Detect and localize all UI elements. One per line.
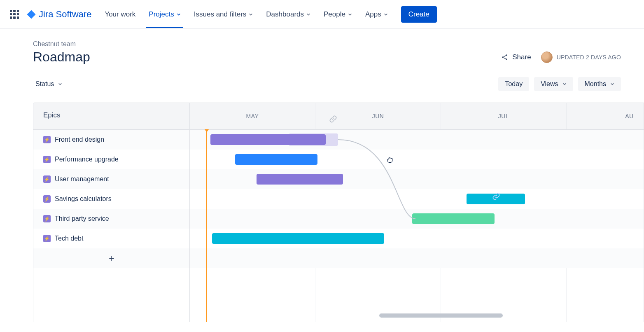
updated-text: UPDATED 2 DAYS AGO bbox=[557, 54, 621, 61]
roadmap-grid: Epics MAY JUN JUL AU ⚡ Front end design bbox=[33, 103, 644, 322]
status-label: Status bbox=[35, 80, 54, 88]
status-filter[interactable]: Status bbox=[33, 77, 65, 91]
views-dropdown[interactable]: Views bbox=[534, 77, 573, 91]
timeline-lane[interactable] bbox=[190, 169, 644, 189]
timeline-header: MAY JUN JUL AU bbox=[190, 103, 644, 129]
nav-your-work[interactable]: Your work bbox=[104, 1, 136, 28]
jira-logo-icon bbox=[26, 9, 36, 19]
nav-label: Issues and filters bbox=[194, 10, 247, 19]
epic-row[interactable]: ⚡ Performance upgrade bbox=[33, 150, 644, 169]
month-aug: AU bbox=[567, 103, 644, 129]
chevron-down-icon bbox=[177, 12, 181, 16]
timeline-lane[interactable] bbox=[190, 229, 644, 248]
epic-title: Third party service bbox=[55, 215, 109, 222]
epic-title: User management bbox=[55, 175, 109, 183]
share-icon bbox=[501, 53, 509, 61]
nav-label: Projects bbox=[149, 10, 174, 19]
filter-row: Status Today Views Months bbox=[33, 77, 644, 91]
dependency-link-icon[interactable] bbox=[329, 115, 337, 123]
epic-row[interactable]: ⚡ User management bbox=[33, 169, 644, 189]
timeline-lane[interactable] bbox=[190, 209, 644, 229]
timeline-lane[interactable] bbox=[190, 189, 644, 209]
nav-projects[interactable]: Projects bbox=[148, 1, 181, 28]
cursor-grab-icon bbox=[386, 155, 394, 164]
chevron-down-icon bbox=[249, 12, 253, 16]
epic-bar[interactable] bbox=[210, 134, 326, 145]
svg-point-1 bbox=[506, 54, 508, 56]
month-jul: JUL bbox=[441, 103, 567, 129]
primary-nav: Your work Projects Issues and filters Da… bbox=[104, 1, 388, 28]
epic-row[interactable]: ⚡ Savings calculators bbox=[33, 189, 644, 209]
chevron-down-icon bbox=[306, 12, 310, 16]
today-button[interactable]: Today bbox=[498, 77, 529, 91]
timeline-lane[interactable] bbox=[190, 130, 644, 150]
horizontal-scrollbar[interactable] bbox=[379, 313, 503, 318]
nav-apps[interactable]: Apps bbox=[364, 1, 389, 28]
epic-type-icon: ⚡ bbox=[43, 136, 51, 143]
svg-line-3 bbox=[504, 55, 506, 56]
chevron-down-icon bbox=[384, 12, 388, 16]
product-logo[interactable]: Jira Software bbox=[26, 9, 91, 20]
dependency-link-icon[interactable] bbox=[492, 192, 500, 201]
epic-bar[interactable] bbox=[212, 233, 384, 244]
epic-type-icon: ⚡ bbox=[43, 175, 51, 183]
roadmap-header: Epics MAY JUN JUL AU bbox=[33, 103, 644, 130]
today-marker bbox=[206, 130, 207, 322]
nav-people[interactable]: People bbox=[323, 1, 353, 28]
chevron-down-icon bbox=[562, 82, 567, 86]
svg-point-2 bbox=[506, 58, 508, 60]
epic-row[interactable]: ⚡ Tech debt bbox=[33, 229, 644, 248]
nav-label: People bbox=[324, 10, 345, 19]
updated-meta: UPDATED 2 DAYS AGO bbox=[541, 51, 621, 63]
epic-bar[interactable] bbox=[235, 154, 317, 165]
svg-point-0 bbox=[502, 56, 504, 58]
epic-type-icon: ⚡ bbox=[43, 195, 51, 203]
epic-type-icon: ⚡ bbox=[43, 156, 51, 163]
epic-title: Front end design bbox=[55, 136, 104, 143]
page-title: Roadmap bbox=[33, 49, 90, 65]
today-label: Today bbox=[505, 80, 523, 88]
avatar[interactable] bbox=[541, 51, 553, 63]
product-name: Jira Software bbox=[39, 9, 91, 20]
epic-row[interactable]: ⚡ Front end design bbox=[33, 130, 644, 150]
add-epic-button[interactable]: ＋ bbox=[33, 248, 190, 268]
epic-type-icon: ⚡ bbox=[43, 215, 51, 222]
chevron-down-icon bbox=[610, 82, 614, 86]
epic-row[interactable]: ⚡ Third party service bbox=[33, 209, 644, 229]
nav-label: Dashboards bbox=[266, 10, 304, 19]
epic-bar[interactable] bbox=[412, 213, 495, 224]
create-button[interactable]: Create bbox=[401, 6, 437, 23]
timeline-lane[interactable] bbox=[190, 150, 644, 169]
breadcrumb[interactable]: Chestnut team bbox=[33, 40, 644, 48]
share-button[interactable]: Share bbox=[501, 53, 531, 61]
epic-title: Tech debt bbox=[55, 235, 83, 242]
app-switcher-icon[interactable] bbox=[10, 10, 19, 19]
nav-dashboards[interactable]: Dashboards bbox=[265, 1, 311, 28]
epics-column-header: Epics bbox=[33, 103, 190, 129]
chevron-down-icon bbox=[348, 12, 352, 16]
chevron-down-icon bbox=[58, 82, 62, 86]
month-may: MAY bbox=[190, 103, 315, 129]
nav-label: Your work bbox=[105, 10, 135, 19]
roadmap-body: ⚡ Front end design ⚡ Performance upgrade bbox=[33, 130, 644, 322]
plus-icon: ＋ bbox=[107, 252, 116, 264]
add-epic-row[interactable]: ＋ bbox=[33, 248, 644, 268]
timescale-label: Months bbox=[585, 80, 606, 88]
title-bar: Roadmap Share UPDATED 2 DAYS AGO bbox=[33, 49, 644, 65]
svg-line-4 bbox=[504, 57, 506, 58]
epic-title: Savings calculators bbox=[55, 195, 112, 203]
page-content: Chestnut team Roadmap Share UPDATED 2 DA… bbox=[0, 29, 644, 322]
views-label: Views bbox=[541, 80, 558, 88]
nav-issues-filters[interactable]: Issues and filters bbox=[193, 1, 254, 28]
epic-bar[interactable] bbox=[257, 174, 343, 185]
nav-label: Apps bbox=[365, 10, 381, 19]
timescale-dropdown[interactable]: Months bbox=[578, 77, 621, 91]
share-label: Share bbox=[512, 53, 531, 61]
epic-type-icon: ⚡ bbox=[43, 235, 51, 242]
top-nav: Jira Software Your work Projects Issues … bbox=[0, 0, 644, 29]
epic-title: Performance upgrade bbox=[55, 156, 119, 163]
